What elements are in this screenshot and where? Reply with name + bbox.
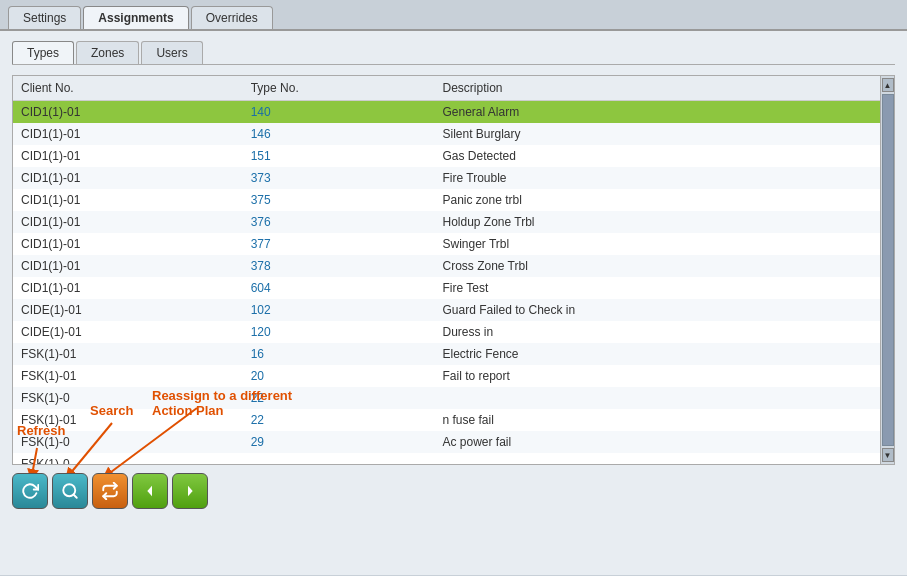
- cell-description: n fuse fail: [434, 409, 880, 431]
- cell-client: CID1(1)-01: [13, 101, 243, 123]
- cell-description: Fire Trouble: [434, 167, 880, 189]
- table-scroll-area[interactable]: Client No. Type No. Description CID1(1)-…: [13, 76, 880, 464]
- table-row[interactable]: FSK(1)-0120Fail to report: [13, 365, 880, 387]
- top-tab-bar: Settings Assignments Overrides: [0, 0, 907, 31]
- cell-client: CID1(1)-01: [13, 211, 243, 233]
- cell-description: [434, 387, 880, 409]
- table-row[interactable]: CID1(1)-01378Cross Zone Trbl: [13, 255, 880, 277]
- cell-description: Silent Burglary: [434, 123, 880, 145]
- cell-client: CID1(1)-01: [13, 277, 243, 299]
- col-header-desc: Description: [434, 76, 880, 101]
- sub-tab-zones[interactable]: Zones: [76, 41, 139, 64]
- cell-type: 604: [243, 277, 435, 299]
- scroll-up-arrow[interactable]: ▲: [882, 78, 894, 92]
- cell-client: CID1(1)-01: [13, 189, 243, 211]
- sub-tab-bar: Types Zones Users: [12, 41, 895, 65]
- cell-client: CID1(1)-01: [13, 255, 243, 277]
- table-row[interactable]: FSK(1)-0122n fuse fail: [13, 409, 880, 431]
- table-row[interactable]: CID1(1)-01151Gas Detected: [13, 145, 880, 167]
- cell-type: 22: [243, 387, 435, 409]
- cell-client: FSK(1)-01: [13, 365, 243, 387]
- tab-overrides[interactable]: Overrides: [191, 6, 273, 29]
- cell-client: FSK(1)-01: [13, 343, 243, 365]
- cell-client: FSK(1)-0: [13, 431, 243, 453]
- data-table-container: Client No. Type No. Description CID1(1)-…: [12, 75, 895, 465]
- forward-button[interactable]: [172, 473, 208, 509]
- cell-type: 146: [243, 123, 435, 145]
- scroll-thumb[interactable]: [882, 94, 894, 446]
- cell-type: 151: [243, 145, 435, 167]
- reassign-button[interactable]: [92, 473, 128, 509]
- cell-client: CID1(1)-01: [13, 167, 243, 189]
- cell-description: Electric Fence: [434, 343, 880, 365]
- cell-description: [434, 453, 880, 465]
- svg-marker-5: [147, 486, 152, 497]
- cell-description: Ac power fail: [434, 431, 880, 453]
- cell-description: Cross Zone Trbl: [434, 255, 880, 277]
- cell-description: General Alarm: [434, 101, 880, 123]
- table-row[interactable]: CIDE(1)-01102Guard Failed to Check in: [13, 299, 880, 321]
- table-row[interactable]: CID1(1)-01140General Alarm: [13, 101, 880, 123]
- cell-description: Fail to report: [434, 365, 880, 387]
- cell-type: 20: [243, 365, 435, 387]
- cell-description: Fire Test: [434, 277, 880, 299]
- table-row[interactable]: CID1(1)-01375Panic zone trbl: [13, 189, 880, 211]
- sub-tab-users[interactable]: Users: [141, 41, 202, 64]
- scroll-down-arrow[interactable]: ▼: [882, 448, 894, 462]
- cell-description: Panic zone trbl: [434, 189, 880, 211]
- cell-description: Duress in: [434, 321, 880, 343]
- table-row[interactable]: CID1(1)-01377Swinger Trbl: [13, 233, 880, 255]
- cell-type: 375: [243, 189, 435, 211]
- main-content: Types Zones Users Client No. Type No. De…: [0, 31, 907, 575]
- table-row[interactable]: FSK(1)-022: [13, 387, 880, 409]
- cell-type: 376: [243, 211, 435, 233]
- cell-type: 377: [243, 233, 435, 255]
- col-header-client: Client No.: [13, 76, 243, 101]
- cell-description: Holdup Zone Trbl: [434, 211, 880, 233]
- tab-settings[interactable]: Settings: [8, 6, 81, 29]
- cell-client: FSK(1)-0: [13, 387, 243, 409]
- table-row[interactable]: CID1(1)-01604Fire Test: [13, 277, 880, 299]
- cell-type: 140: [243, 101, 435, 123]
- table-row[interactable]: FSK(1)-0: [13, 453, 880, 465]
- svg-marker-6: [188, 486, 193, 497]
- cell-client: CID1(1)-01: [13, 123, 243, 145]
- cell-type: 378: [243, 255, 435, 277]
- cell-client: CIDE(1)-01: [13, 321, 243, 343]
- table-row[interactable]: CIDE(1)-01120Duress in: [13, 321, 880, 343]
- table-row[interactable]: FSK(1)-029Ac power fail: [13, 431, 880, 453]
- cell-client: CID1(1)-01: [13, 233, 243, 255]
- cell-type: 22: [243, 409, 435, 431]
- col-header-type: Type No.: [243, 76, 435, 101]
- toolbar-area: Refresh Search Reassign to a: [12, 473, 895, 509]
- toolbar-buttons: [12, 473, 895, 509]
- scrollbar[interactable]: ▲ ▼: [880, 76, 894, 464]
- refresh-button[interactable]: [12, 473, 48, 509]
- cell-description: Gas Detected: [434, 145, 880, 167]
- sub-tab-types[interactable]: Types: [12, 41, 74, 64]
- cell-type: 29: [243, 431, 435, 453]
- cell-type: 373: [243, 167, 435, 189]
- cell-description: Swinger Trbl: [434, 233, 880, 255]
- search-button[interactable]: [52, 473, 88, 509]
- tab-assignments[interactable]: Assignments: [83, 6, 188, 29]
- table-row[interactable]: CID1(1)-01146Silent Burglary: [13, 123, 880, 145]
- cell-client: FSK(1)-01: [13, 409, 243, 431]
- cell-client: CID1(1)-01: [13, 145, 243, 167]
- cell-type: [243, 453, 435, 465]
- cell-type: 16: [243, 343, 435, 365]
- cell-type: 102: [243, 299, 435, 321]
- assignments-table: Client No. Type No. Description CID1(1)-…: [13, 76, 880, 464]
- cell-client: FSK(1)-0: [13, 453, 243, 465]
- cell-client: CIDE(1)-01: [13, 299, 243, 321]
- table-row[interactable]: CID1(1)-01373Fire Trouble: [13, 167, 880, 189]
- svg-line-4: [73, 494, 76, 497]
- table-row[interactable]: FSK(1)-0116Electric Fence: [13, 343, 880, 365]
- table-row[interactable]: CID1(1)-01376Holdup Zone Trbl: [13, 211, 880, 233]
- cell-type: 120: [243, 321, 435, 343]
- back-button[interactable]: [132, 473, 168, 509]
- cell-description: Guard Failed to Check in: [434, 299, 880, 321]
- app-container: Settings Assignments Overrides Types Zon…: [0, 0, 907, 575]
